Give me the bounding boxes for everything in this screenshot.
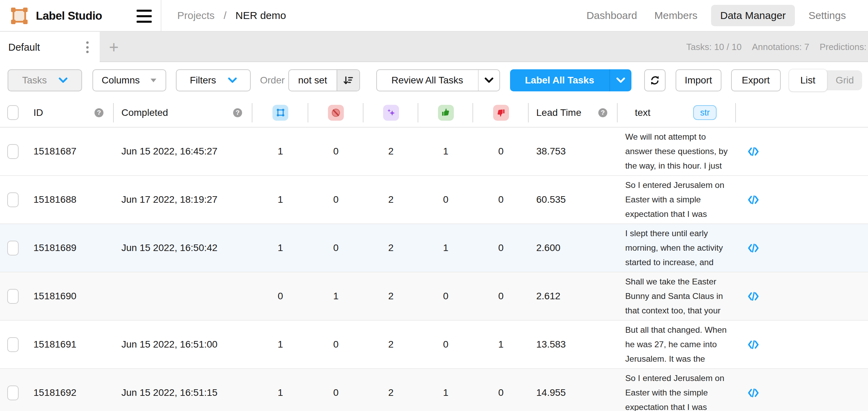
task-id-cell: 15181690 xyxy=(26,272,114,320)
column-header-cancelled-annotations[interactable] xyxy=(308,98,363,127)
code-source-icon[interactable] xyxy=(748,291,759,302)
tab-stats: Tasks: 10 / 10 Annotations: 7 Prediction… xyxy=(686,32,868,62)
code-source-icon[interactable] xyxy=(748,242,759,254)
task-text-snippet: I slept there until early morning, when … xyxy=(625,226,729,270)
task-text-cell: So I entered Jerusalem on Easter with th… xyxy=(618,369,736,411)
help-icon[interactable]: ? xyxy=(94,108,103,117)
annotations-count-cell: 1 xyxy=(252,176,308,223)
row-checkbox[interactable] xyxy=(7,241,19,255)
row-checkbox[interactable] xyxy=(7,385,19,400)
row-checkbox-cell xyxy=(0,224,26,272)
select-all-checkbox[interactable] xyxy=(7,105,19,120)
annotations-count-cell: 1 xyxy=(252,369,308,411)
lead-time-cell: 2.612 xyxy=(529,272,618,320)
review-all-tasks-button[interactable]: Review All Tasks xyxy=(376,69,500,91)
label-all-dropdown-toggle[interactable] xyxy=(610,77,631,83)
row-filler xyxy=(770,321,868,368)
accepted-count-cell: 0 xyxy=(418,321,473,368)
sort-direction-toggle[interactable] xyxy=(337,70,359,91)
app-title: Label Studio xyxy=(36,9,102,22)
order-button[interactable]: not set xyxy=(288,69,360,91)
column-header-rejected[interactable] xyxy=(473,98,529,127)
filters-dropdown-button[interactable]: Filters xyxy=(176,69,251,91)
task-source-cell xyxy=(736,176,770,223)
task-row[interactable]: 15181692 Jun 15 2022, 16:51:15 1 0 2 1 0… xyxy=(0,369,868,411)
view-toggle-list[interactable]: List xyxy=(789,69,827,92)
stat-annotations: Annotations: 7 xyxy=(752,42,809,52)
cancelled-count-cell: 1 xyxy=(308,272,363,320)
chevron-down-icon xyxy=(228,77,237,83)
code-source-icon[interactable] xyxy=(748,194,759,206)
cancelled-count-cell: 0 xyxy=(308,176,363,223)
export-button[interactable]: Export xyxy=(731,69,781,91)
nav-item-data-manager[interactable]: Data Manager xyxy=(711,5,795,26)
task-id-cell: 15181692 xyxy=(26,369,114,411)
row-checkbox[interactable] xyxy=(7,337,19,352)
review-dropdown-toggle[interactable] xyxy=(479,77,499,83)
task-row[interactable]: 15181688 Jun 17 2022, 18:19:27 1 0 2 0 0… xyxy=(0,176,868,224)
column-header-id[interactable]: ID ? xyxy=(26,98,114,127)
code-source-icon[interactable] xyxy=(748,146,759,157)
column-header-predictions[interactable] xyxy=(363,98,418,127)
columns-dropdown-button[interactable]: Columns xyxy=(92,69,166,91)
task-completed-cell: Jun 15 2022, 16:50:42 xyxy=(114,224,252,272)
nav-item-dashboard[interactable]: Dashboard xyxy=(583,5,641,26)
task-row[interactable]: 15181689 Jun 15 2022, 16:50:42 1 0 2 1 0… xyxy=(0,224,868,272)
task-text-snippet: So I entered Jerusalem on Easter with a … xyxy=(625,178,729,221)
app-header: Label Studio Projects / NER demo Dashboa… xyxy=(0,0,868,32)
rejected-count-cell: 0 xyxy=(473,369,529,411)
hamburger-menu-icon[interactable] xyxy=(137,10,152,23)
rejected-count-cell: 1 xyxy=(473,321,529,368)
triangle-down-icon xyxy=(150,78,157,83)
column-header-annotations[interactable] xyxy=(252,98,308,127)
cancelled-count-cell: 0 xyxy=(308,128,363,175)
task-row[interactable]: 15181690 0 1 2 0 0 2.612 Shall we take t… xyxy=(0,272,868,321)
accepted-count-cell: 1 xyxy=(418,128,473,175)
column-id-label: ID xyxy=(33,107,43,118)
column-completed-label: Completed xyxy=(121,107,168,118)
row-checkbox[interactable] xyxy=(7,144,19,159)
row-checkbox[interactable] xyxy=(7,289,19,304)
toolbar: Tasks Columns Filters Order not set Revi… xyxy=(0,62,868,98)
add-tab-button[interactable]: + xyxy=(103,32,124,62)
column-header-lead-time[interactable]: Lead Time ? xyxy=(529,98,618,127)
column-header-accepted[interactable] xyxy=(418,98,473,127)
task-id-cell: 15181689 xyxy=(26,224,114,272)
rejected-count-cell: 0 xyxy=(473,176,529,223)
row-filler xyxy=(770,128,868,175)
tab-options-kebab-icon[interactable] xyxy=(83,40,92,54)
label-all-tasks-button[interactable]: Label All Tasks xyxy=(510,69,631,91)
row-checkbox[interactable] xyxy=(7,192,19,207)
rejected-count-cell: 0 xyxy=(473,128,529,175)
breadcrumb-projects-link[interactable]: Projects xyxy=(177,10,214,21)
rejected-count-cell: 0 xyxy=(473,272,529,320)
label-studio-logo-icon xyxy=(10,7,28,25)
columns-dropdown-label: Columns xyxy=(102,75,140,86)
nav-item-settings[interactable]: Settings xyxy=(805,5,849,26)
stat-tasks: Tasks: 10 / 10 xyxy=(686,42,741,52)
column-header-text[interactable]: text str xyxy=(618,98,736,127)
sparkles-predictions-icon xyxy=(386,108,396,118)
refresh-button[interactable] xyxy=(644,69,666,91)
import-button[interactable]: Import xyxy=(676,69,721,91)
view-toggle-grid[interactable]: Grid xyxy=(828,70,862,90)
column-header-filler xyxy=(770,98,868,127)
column-header-completed[interactable]: Completed ? xyxy=(114,98,252,127)
help-icon[interactable]: ? xyxy=(598,108,607,117)
task-completed-cell: Jun 15 2022, 16:51:00 xyxy=(114,321,252,368)
bounding-box-annotations-icon xyxy=(276,108,285,117)
task-text-snippet: Shall we take the Easter Bunny and Santa… xyxy=(625,274,729,318)
task-text-snippet: We will not attempt to answer these ques… xyxy=(625,130,729,173)
predictions-count-cell: 2 xyxy=(363,176,418,223)
task-row[interactable]: 15181687 Jun 15 2022, 16:45:27 1 0 2 1 0… xyxy=(0,128,868,176)
task-source-cell xyxy=(736,128,770,175)
nav-item-members[interactable]: Members xyxy=(651,5,701,26)
task-row[interactable]: 15181691 Jun 15 2022, 16:51:00 1 0 2 0 1… xyxy=(0,321,868,369)
code-source-icon[interactable] xyxy=(748,387,759,399)
tasks-dropdown-button[interactable]: Tasks xyxy=(8,69,82,91)
code-source-icon[interactable] xyxy=(748,339,759,350)
column-lead-time-label: Lead Time xyxy=(536,107,581,118)
top-nav: Dashboard Members Data Manager Settings xyxy=(583,0,849,31)
help-icon[interactable]: ? xyxy=(233,108,242,117)
rejected-count-cell: 0 xyxy=(473,224,529,272)
